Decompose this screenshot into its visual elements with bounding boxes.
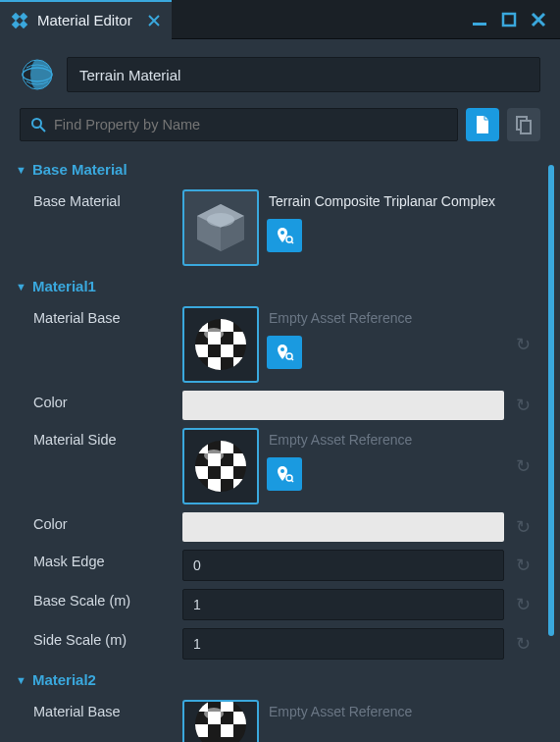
- svg-line-17: [291, 241, 293, 243]
- material-name-input[interactable]: [67, 57, 540, 92]
- tab-close-icon[interactable]: [146, 13, 162, 28]
- section-title: Material1: [32, 278, 96, 294]
- prop-material2-base: Material Base Empty Asset Reference: [0, 696, 552, 742]
- prop-label: Base Material: [33, 189, 182, 209]
- prop-material1-base-scale: Base Scale (m) ↻: [0, 585, 552, 624]
- scrollbar-thumb[interactable]: [548, 165, 554, 636]
- material1-side-thumb[interactable]: [182, 428, 259, 504]
- svg-rect-35: [221, 441, 233, 453]
- color-swatch[interactable]: [182, 512, 504, 542]
- svg-rect-5: [503, 14, 515, 26]
- side-scale-input[interactable]: [182, 628, 504, 660]
- svg-point-14: [207, 213, 234, 227]
- locate-asset-button[interactable]: [267, 219, 302, 252]
- prop-label: Color: [33, 512, 182, 532]
- svg-rect-40: [208, 479, 221, 492]
- tab-material-editor[interactable]: Material Editor: [0, 0, 172, 39]
- section-material2[interactable]: ▼ Material2: [0, 663, 552, 696]
- mask-edge-input[interactable]: [182, 550, 504, 581]
- svg-rect-49: [221, 700, 233, 712]
- name-toolbar: [0, 39, 560, 102]
- material-sphere-icon: [20, 57, 55, 92]
- svg-point-54: [204, 708, 224, 719]
- locate-asset-button[interactable]: [267, 457, 302, 491]
- svg-rect-3: [20, 20, 27, 27]
- svg-rect-2: [12, 20, 20, 27]
- prop-label: Material Base: [33, 700, 182, 719]
- section-title: Base Material: [32, 161, 127, 178]
- svg-point-28: [204, 328, 224, 340]
- prop-label: Side Scale (m): [33, 628, 182, 648]
- chevron-down-icon: ▼: [16, 164, 26, 176]
- reset-icon[interactable]: ↻: [510, 516, 536, 538]
- tab-title: Material Editor: [37, 12, 132, 28]
- empty-asset-placeholder: Empty Asset Reference: [267, 306, 504, 330]
- svg-rect-25: [221, 344, 233, 357]
- prop-material1-color1: Color ↻: [0, 387, 552, 424]
- prop-base-material: Base Material Terrain Composite Triplana…: [0, 186, 552, 270]
- svg-rect-23: [233, 332, 246, 344]
- empty-asset-placeholder: Empty Asset Reference: [267, 428, 504, 451]
- new-document-button[interactable]: [466, 108, 499, 141]
- prop-material1-mask-edge: Mask Edge ↻: [0, 546, 552, 585]
- svg-rect-10: [521, 121, 531, 133]
- section-material1[interactable]: ▼ Material1: [0, 270, 552, 302]
- reset-icon[interactable]: ↻: [510, 633, 536, 655]
- base-scale-input[interactable]: [182, 589, 504, 620]
- svg-rect-27: [233, 357, 246, 370]
- prop-label: Color: [33, 391, 182, 410]
- search-property-input-wrap[interactable]: [20, 108, 458, 141]
- window-controls: [472, 12, 560, 27]
- svg-rect-26: [208, 357, 221, 370]
- prop-material1-color2: Color ↻: [0, 508, 552, 546]
- chevron-down-icon: ▼: [16, 674, 26, 686]
- svg-point-42: [204, 450, 224, 461]
- material1-base-thumb[interactable]: [182, 306, 259, 383]
- svg-rect-24: [195, 344, 208, 357]
- prop-label: Base Scale (m): [33, 589, 182, 609]
- prop-label: Mask Edge: [33, 550, 182, 569]
- svg-rect-52: [195, 724, 208, 737]
- svg-line-31: [291, 358, 293, 360]
- svg-rect-53: [221, 724, 233, 737]
- section-title: Material2: [32, 671, 96, 688]
- prop-label: Material Base: [33, 306, 182, 326]
- svg-rect-34: [195, 441, 208, 453]
- empty-asset-placeholder: Empty Asset Reference: [267, 700, 536, 723]
- base-material-asset-name: Terrain Composite Triplanar Complex: [267, 189, 497, 213]
- search-row: [0, 102, 560, 153]
- section-base-material[interactable]: ▼ Base Material: [0, 153, 552, 186]
- minimize-button[interactable]: [472, 12, 487, 27]
- prop-material1-side: Material Side Empty Asset Reference ↻: [0, 424, 552, 508]
- maximize-button[interactable]: [501, 12, 517, 27]
- color-swatch[interactable]: [182, 391, 504, 420]
- svg-point-15: [280, 231, 284, 235]
- svg-rect-41: [233, 479, 246, 492]
- search-property-input[interactable]: [54, 117, 447, 132]
- svg-rect-20: [195, 319, 208, 332]
- svg-rect-4: [473, 23, 486, 26]
- reset-icon[interactable]: ↻: [510, 555, 536, 576]
- prop-label: Material Side: [33, 428, 182, 448]
- svg-rect-1: [20, 12, 27, 20]
- locate-asset-button[interactable]: [267, 336, 302, 369]
- reset-icon[interactable]: ↻: [510, 334, 536, 355]
- scrollbar[interactable]: [548, 165, 554, 675]
- svg-line-8: [40, 127, 45, 132]
- reset-icon[interactable]: ↻: [510, 594, 536, 615]
- svg-rect-37: [233, 453, 246, 466]
- property-scroll-area[interactable]: ▼ Base Material Base Material T: [0, 153, 560, 742]
- svg-point-29: [280, 347, 284, 351]
- search-icon: [30, 117, 46, 132]
- svg-rect-39: [221, 466, 233, 479]
- reset-icon[interactable]: ↻: [510, 455, 536, 477]
- reset-icon[interactable]: ↻: [510, 395, 536, 416]
- prop-material1-base: Material Base Empty Asset Reference ↻: [0, 302, 552, 387]
- material2-base-thumb[interactable]: [182, 700, 259, 742]
- base-material-thumb[interactable]: [182, 189, 259, 266]
- svg-rect-21: [221, 319, 233, 332]
- svg-rect-0: [12, 12, 20, 20]
- svg-rect-48: [195, 700, 208, 712]
- close-window-button[interactable]: [531, 12, 546, 27]
- copy-button[interactable]: [507, 108, 540, 141]
